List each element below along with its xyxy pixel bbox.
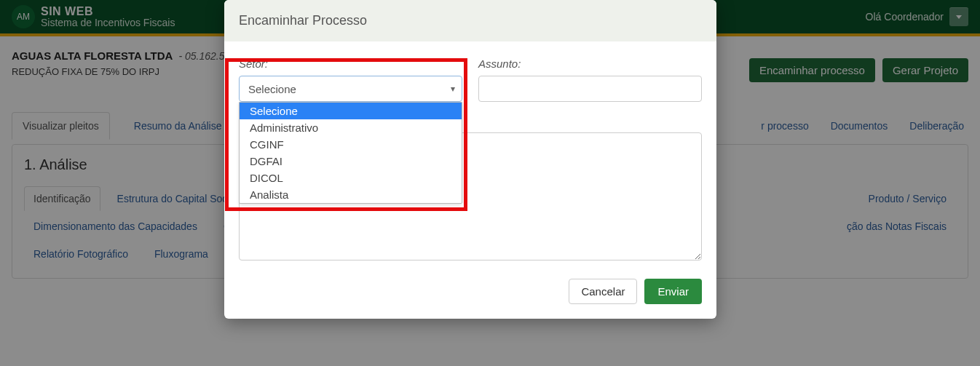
chevron-down-icon: ▾ bbox=[451, 84, 455, 94]
subject-field: Assunto: bbox=[478, 57, 702, 102]
sector-option-dgfai[interactable]: DGFAI bbox=[240, 153, 462, 170]
sector-select-wrap: Selecione ▾ Selecione Administrativo CGI… bbox=[239, 76, 462, 102]
subject-input[interactable] bbox=[478, 76, 702, 102]
sector-option-administrativo[interactable]: Administrativo bbox=[240, 119, 462, 136]
cancel-button[interactable]: Cancelar bbox=[569, 279, 637, 304]
forward-process-modal: Encaminhar Processo Setor: Selecione ▾ S… bbox=[224, 0, 716, 319]
modal-footer: Cancelar Enviar bbox=[224, 267, 716, 319]
sector-option-dicol[interactable]: DICOL bbox=[240, 170, 462, 186]
send-button[interactable]: Enviar bbox=[644, 279, 702, 304]
sector-option-cginf[interactable]: CGINF bbox=[240, 136, 462, 153]
modal-body: Setor: Selecione ▾ Selecione Administrat… bbox=[224, 41, 716, 267]
sector-label: Setor: bbox=[239, 57, 462, 70]
modal-title: Encaminhar Processo bbox=[224, 0, 716, 41]
sector-dropdown: Selecione Administrativo CGINF DGFAI DIC… bbox=[239, 102, 462, 204]
sector-option-analista[interactable]: Analista bbox=[240, 186, 462, 203]
subject-label: Assunto: bbox=[478, 57, 702, 70]
sector-select-value: Selecione bbox=[248, 83, 296, 95]
sector-select[interactable]: Selecione bbox=[239, 76, 462, 102]
sector-field: Setor: Selecione ▾ Selecione Administrat… bbox=[239, 57, 462, 102]
sector-option-selecione[interactable]: Selecione bbox=[240, 103, 462, 119]
